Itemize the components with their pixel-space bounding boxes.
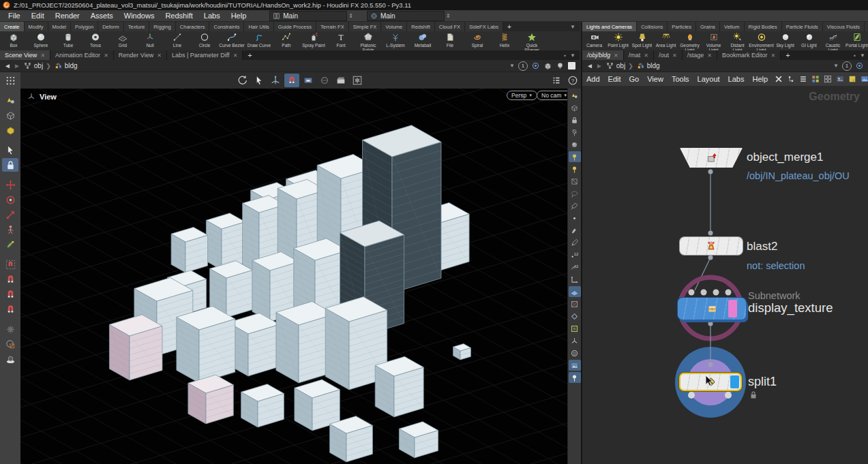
shelf-tab-hair-utils[interactable]: Hair Utils <box>244 22 273 31</box>
pane-tab-animation-editor[interactable]: Animation Editor✕ <box>50 50 114 60</box>
shelf-tool-volume-light[interactable]: Volume Light <box>702 32 725 50</box>
shelf-tool-spot-light[interactable]: Spot Light <box>630 32 654 48</box>
shelf-tool-sky-light[interactable]: Sky Light <box>773 32 797 48</box>
shelf-tool-quick-shapes[interactable]: Quick Shapes <box>518 32 545 50</box>
back-arrow-icon[interactable]: ◄ <box>586 62 593 69</box>
visibility-icon[interactable] <box>569 90 581 101</box>
node-display-texture[interactable] <box>678 298 746 320</box>
path-segment-bldg[interactable]: bldg <box>54 61 78 70</box>
node-object-merge1[interactable] <box>680 148 743 168</box>
node-blast2[interactable] <box>680 237 743 255</box>
pane-tab--obj-bldg[interactable]: /obj/bldg✕ <box>582 50 624 60</box>
rmenu-add[interactable]: Add <box>582 75 604 83</box>
shelf-tab-terrain-fx[interactable]: Terrain FX <box>316 22 349 31</box>
translate-tool-icon[interactable] <box>2 178 18 191</box>
menu-help[interactable]: Help <box>226 12 252 20</box>
select-objects-icon[interactable] <box>2 93 18 107</box>
follow-rings-icon[interactable] <box>531 61 540 70</box>
shelf-tool-camera[interactable]: Camera <box>582 32 606 48</box>
node-name[interactable]: object_merge1 <box>747 151 823 164</box>
shelf-tool-spiral[interactable]: Spiral <box>464 32 491 48</box>
shelf-tool-tube[interactable]: Tube <box>55 32 82 48</box>
shelf-overflow-caret-icon[interactable]: ▼ <box>566 22 580 31</box>
menu-assets[interactable]: Assets <box>85 12 119 20</box>
shelf-tab-texture[interactable]: Texture <box>124 22 150 31</box>
desktop-selector-2[interactable]: Main <box>367 11 445 21</box>
shelf-tool-null[interactable]: Null <box>136 32 164 48</box>
group-frame-icon[interactable] <box>569 323 581 334</box>
close-tab-icon[interactable]: ✕ <box>157 52 162 59</box>
shelf-tab-particle-fluids[interactable]: Particle Fluids <box>782 22 823 31</box>
color-grid-icon[interactable] <box>810 74 821 84</box>
pane-tab-bookmark-editor[interactable]: Bookmark Editor✕ <box>717 50 781 60</box>
lookat-sphere-icon[interactable] <box>556 61 565 70</box>
flipbook-icon[interactable] <box>333 74 348 87</box>
close-tab-icon[interactable]: ✕ <box>644 52 648 59</box>
shelf-tool-circle[interactable]: Circle <box>191 32 218 48</box>
snap-options-gear-icon[interactable] <box>2 322 18 336</box>
path-segment-obj[interactable]: obj <box>23 61 43 70</box>
select-tool-icon[interactable] <box>252 74 267 87</box>
menu-redshift[interactable]: Redshift <box>160 12 198 20</box>
axis-icon[interactable] <box>569 335 581 346</box>
menu-file[interactable]: File <box>3 12 26 20</box>
lock-icon[interactable] <box>569 114 581 125</box>
pane-tab--mat[interactable]: /mat✕ <box>624 50 654 60</box>
shelf-tab-simple-fx[interactable]: Simple FX <box>349 22 382 31</box>
select-arrow-icon[interactable] <box>2 143 18 157</box>
pose-tool-icon[interactable] <box>2 223 18 236</box>
shelf-tool-font[interactable]: TFont <box>327 32 355 48</box>
node-name[interactable]: blast2 <box>747 240 777 253</box>
snapshot-icon[interactable] <box>569 360 581 371</box>
menu-windows[interactable]: Windows <box>119 12 160 20</box>
close-tab-icon[interactable]: ✕ <box>104 52 108 59</box>
pane-menu-caret-icon[interactable]: ▼ <box>570 52 575 59</box>
rmenu-labs[interactable]: Labs <box>724 75 749 83</box>
caret-down-icon[interactable]: ▼ <box>833 63 839 69</box>
shelf-tool-torus[interactable]: Torus <box>82 32 109 48</box>
background-image-icon[interactable] <box>859 74 868 84</box>
point-numbers-icon[interactable]: 12 <box>569 249 581 260</box>
shelf-tool-box[interactable]: Box <box>0 32 27 48</box>
snap-edge-magnet-icon[interactable] <box>2 288 18 301</box>
location-pin-icon[interactable] <box>569 372 581 383</box>
shelf-tool-point-light[interactable]: Point Light <box>606 32 630 48</box>
new-pane-tab-button[interactable]: + <box>781 50 794 60</box>
shelf-tool-draw-curve[interactable]: Draw Curve <box>245 32 273 48</box>
back-arrow-icon[interactable]: ◄ <box>4 62 11 69</box>
rmenu-layout[interactable]: Layout <box>693 75 724 83</box>
snap-point-magnet-icon[interactable] <box>2 273 18 286</box>
viewport-options-icon[interactable] <box>350 74 365 87</box>
stowbar-options-icon[interactable] <box>549 74 564 87</box>
forward-arrow-icon[interactable]: ► <box>596 62 603 69</box>
shelf-tab-lights-and-cameras[interactable]: Lights and Cameras <box>582 22 637 31</box>
rmenu-go[interactable]: Go <box>625 75 644 83</box>
shelf-tab-volume[interactable]: Volume <box>381 22 407 31</box>
shelf-tool-helix[interactable]: Helix <box>491 32 518 48</box>
shelf-tab-create[interactable]: Create <box>0 22 25 31</box>
link-badge[interactable]: 1 <box>842 61 852 71</box>
pane-tab-scene-view[interactable]: Scene View✕ <box>0 50 50 60</box>
close-tab-icon[interactable]: ✕ <box>233 52 238 59</box>
forward-arrow-icon[interactable]: ► <box>14 62 20 69</box>
maximize-pane-icon[interactable]: ▪ <box>564 52 566 59</box>
shelf-tab-rigid-bodies[interactable]: Rigid Bodies <box>745 22 782 31</box>
shelf-tool-path[interactable]: Path <box>273 32 300 48</box>
camera-select-button[interactable]: No cam▼ <box>537 91 567 100</box>
box-select-icon[interactable] <box>301 74 316 87</box>
spinner-icon[interactable]: ⇕ <box>446 13 451 19</box>
shelf-tab-rigging[interactable]: Rigging <box>149 22 175 31</box>
render-disabled-icon[interactable] <box>317 74 332 87</box>
display-flag[interactable] <box>730 375 739 388</box>
sticky-note-icon[interactable] <box>847 74 858 84</box>
pane-tab-render-view[interactable]: Render View✕ <box>114 50 167 60</box>
shelf-tool-gi-light[interactable]: GI Light <box>797 32 821 48</box>
shelf-tool-metaball[interactable]: Metaball <box>409 32 436 48</box>
snap-prim-magnet-icon[interactable] <box>2 303 18 316</box>
shelf-tab-sidefx-labs[interactable]: SideFX Labs <box>465 22 503 31</box>
no-transform-icon[interactable] <box>569 298 581 309</box>
tools-icon[interactable] <box>773 74 784 84</box>
shelf-tool-sphere[interactable]: Sphere <box>27 32 55 48</box>
shelf-tool-curve-bezier[interactable]: Curve Bezier <box>218 32 245 48</box>
caret-down-icon[interactable]: ▼ <box>509 63 515 69</box>
